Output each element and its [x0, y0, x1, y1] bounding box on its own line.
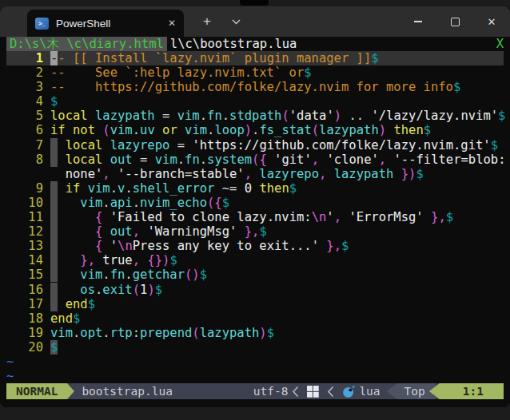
statusline-filename: bootstrap.lua: [82, 385, 173, 398]
powershell-icon: >_: [35, 18, 49, 30]
code-line: 1-- [[ Install `lazy.nvim` plugin manage…: [6, 51, 504, 65]
tab-bootstrap[interactable]: l\c\bootstrap.lua: [167, 37, 301, 51]
code-line: 12 { out, 'WarningMsg' },$: [6, 224, 504, 239]
code-line: 6if not (vim.uv or vim.loop).fs_stat(laz…: [6, 123, 504, 137]
line-number: 9: [6, 181, 50, 196]
tab-diary[interactable]: D:\s\木 \c\diary.html: [6, 37, 167, 51]
screen-artifact: [240, 0, 269, 6]
tab-dropdown-button[interactable]: [224, 6, 248, 37]
windows-logo-icon: [307, 386, 319, 398]
code-line: 17 end$: [6, 297, 504, 311]
statusline-filetype: lua: [359, 385, 380, 398]
statusline: NORMAL bootstrap.lua utf-8 lua T: [6, 383, 504, 399]
code-line: 13 { '\nPress any key to exit...' },$: [6, 239, 504, 253]
tab-close-button[interactable]: ✕: [168, 18, 176, 29]
line-number: 4: [6, 94, 50, 109]
code-line: 14 }, true, {})$: [6, 253, 504, 267]
code-line: 2-- See `:help lazy.nvim.txt` or$: [6, 65, 504, 80]
chevron-left-icon: [292, 386, 299, 398]
powerline-arrow-icon: [67, 383, 74, 399]
close-button[interactable]: ✕: [473, 6, 510, 37]
line-number: 16: [6, 283, 50, 297]
code-line: 11 { 'Failed to clone lazy.nvim:\n', 'Er…: [6, 210, 504, 224]
line-number: 1: [6, 51, 50, 65]
code-line: 9 if vim.v.shell_error ~= 0 then$: [6, 181, 504, 196]
line-number: 12: [6, 224, 50, 239]
new-tab-button[interactable]: +: [195, 6, 219, 37]
code-line: 18end$: [6, 311, 504, 326]
empty-line: ~: [6, 369, 504, 383]
terminal-window: >_ PowerShell ✕ + ✕ D:\s\木 \c\diary.html…: [0, 6, 510, 407]
chevron-down-icon: [232, 19, 241, 25]
minimize-icon: [414, 21, 422, 22]
code-line: 16 os.exit(1)$: [6, 283, 504, 297]
statusline-encoding: utf-8: [253, 385, 289, 398]
editor-rows: 1-- [[ Install `lazy.nvim` plugin manage…: [6, 51, 504, 383]
line-number: 6: [6, 123, 50, 137]
line-number: 14: [6, 253, 50, 267]
code-line: 20$: [6, 340, 504, 355]
scroll-position: Top: [387, 383, 436, 399]
cursor-position: 1:1: [429, 383, 504, 399]
empty-line: ~: [6, 355, 504, 369]
line-number: 3: [6, 80, 50, 94]
line-number: 19: [6, 326, 50, 340]
line-number: 20: [6, 340, 50, 355]
line-number: 8: [6, 153, 50, 167]
code-line: 7 local lazyrepo = 'https://github.com/f…: [6, 138, 504, 153]
line-number: 11: [6, 210, 50, 224]
line-number: 18: [6, 311, 50, 326]
code-line: 5local lazypath = vim.fn.stdpath('data')…: [6, 109, 504, 123]
window-controls: ✕: [400, 6, 510, 37]
code-line: none', '--branch=stable', lazyrepo, lazy…: [6, 167, 504, 181]
code-line: 15 vim.fn.getchar()$: [6, 267, 504, 282]
nvim-tabline: D:\s\木 \c\diary.html l\c\bootstrap.lua X: [6, 37, 504, 51]
code-line: 3-- https://github.com/folke/lazy.nvim f…: [6, 80, 504, 94]
line-number: 7: [6, 138, 50, 153]
code-line: 10 vim.api.nvim_echo({$: [6, 196, 504, 210]
line-number: 5: [6, 109, 50, 123]
line-number: 13: [6, 239, 50, 253]
maximize-icon: [451, 18, 460, 26]
tabline-close-button[interactable]: X: [496, 37, 504, 51]
code-line: 8 local out = vim.fn.system({ 'git', 'cl…: [6, 153, 504, 167]
line-number: 10: [6, 196, 50, 210]
mode-indicator: NORMAL: [6, 383, 67, 399]
line-number: 17: [6, 297, 50, 311]
minimize-button[interactable]: [400, 6, 436, 37]
chevron-left-icon: [327, 386, 334, 398]
line-number: 2: [6, 65, 50, 80]
lua-icon: [342, 385, 355, 398]
maximize-button[interactable]: [436, 6, 473, 37]
line-number: 15: [6, 267, 50, 282]
titlebar[interactable]: >_ PowerShell ✕ + ✕: [0, 6, 510, 37]
tab-powershell[interactable]: >_ PowerShell ✕: [27, 10, 184, 37]
tab-title: PowerShell: [56, 18, 110, 30]
code-line: 4$: [6, 94, 504, 109]
code-line: 19vim.opt.rtp:prepend(lazypath)$: [6, 326, 504, 340]
terminal-content[interactable]: D:\s\木 \c\diary.html l\c\bootstrap.lua X…: [0, 37, 510, 407]
